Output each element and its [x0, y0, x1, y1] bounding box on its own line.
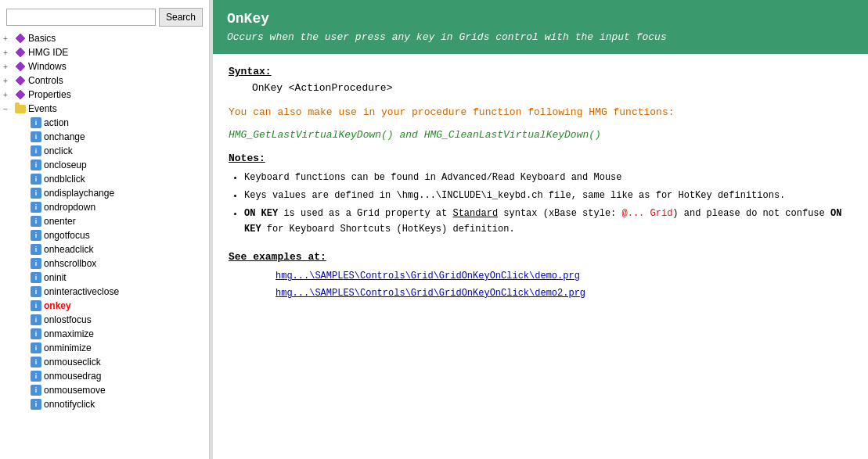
- info-icon: i: [31, 286, 41, 297]
- see-examples-label: See examples at:: [229, 251, 852, 263]
- sidebar-item-controls[interactable]: +Controls: [0, 74, 209, 88]
- search-input[interactable]: [6, 9, 156, 26]
- note-item: ON KEY is used as a Grid property at Sta…: [244, 206, 852, 236]
- toggle-icon: +: [3, 77, 14, 85]
- sidebar-item-onclick[interactable]: ionclick: [0, 144, 209, 158]
- info-icon: i: [31, 160, 41, 170]
- sidebar-item-label: onmousemove: [44, 385, 106, 396]
- toggle-icon: −: [3, 105, 14, 113]
- sidebar-item-label: onmaximize: [44, 328, 94, 339]
- example-link[interactable]: hmg...\SAMPLES\Controls\Grid\GridOnKeyOn…: [276, 271, 852, 281]
- sidebar-item-onkey[interactable]: ionkey: [0, 299, 209, 313]
- header-box: OnKey Occurs when the user press any key…: [213, 0, 868, 54]
- sidebar-item-label: Events: [28, 103, 57, 114]
- sidebar-item-label: action: [44, 117, 69, 128]
- sidebar-item-label: onenter: [44, 216, 76, 227]
- sidebar-item-onlostfocus[interactable]: ionlostfocus: [0, 313, 209, 327]
- notes-list: Keyboard functions can be found in Advan…: [244, 170, 852, 237]
- example-link[interactable]: hmg...\SAMPLES\Controls\Grid\GridOnKeyOn…: [276, 288, 852, 299]
- toggle-icon: +: [3, 63, 14, 71]
- toggle-icon: +: [3, 48, 14, 57]
- notes-label: Notes:: [229, 152, 265, 164]
- svg-marker-0: [16, 34, 25, 43]
- info-icon: i: [31, 357, 41, 368]
- syntax-label: Syntax:: [229, 66, 272, 77]
- main-content: OnKey Occurs when the user press any key…: [213, 0, 868, 459]
- sidebar: Search +Basics+HMG IDE+Windows+Controls+…: [0, 0, 210, 459]
- folder-icon: [15, 105, 26, 113]
- note-item: Keyboard functions can be found in Advan…: [244, 170, 852, 185]
- info-icon: i: [31, 371, 41, 382]
- sidebar-item-label: ondropdown: [44, 202, 95, 213]
- sidebar-item-onnotifyclick[interactable]: ionnotifyclick: [0, 397, 209, 411]
- tree-container: +Basics+HMG IDE+Windows+Controls+Propert…: [0, 31, 209, 411]
- sidebar-item-label: onkey: [44, 300, 71, 311]
- sidebar-item-onmousedrag[interactable]: ionmousedrag: [0, 369, 209, 383]
- info-icon: i: [31, 342, 41, 353]
- info-icon: i: [31, 145, 41, 156]
- sidebar-item-onenter[interactable]: ionenter: [0, 214, 209, 228]
- syntax-section: Syntax: OnKey <ActionProcedure>: [229, 65, 852, 94]
- sidebar-item-ondisplaychange[interactable]: iondisplaychange: [0, 186, 209, 200]
- sidebar-item-ondblclick[interactable]: iondblclick: [0, 172, 209, 186]
- sidebar-item-oncloseup[interactable]: ioncloseup: [0, 158, 209, 172]
- sidebar-item-label: onminimize: [44, 342, 92, 353]
- info-icon: i: [31, 300, 41, 311]
- sidebar-item-properties[interactable]: +Properties: [0, 88, 209, 102]
- sidebar-item-label: onheadclick: [44, 244, 93, 255]
- sidebar-item-label: Properties: [28, 89, 71, 100]
- sidebar-item-events[interactable]: −Events: [0, 102, 209, 116]
- info-icon: i: [31, 244, 41, 255]
- sidebar-item-hmg-ide[interactable]: +HMG IDE: [0, 45, 209, 59]
- diamond-icon: [15, 89, 26, 100]
- sidebar-item-label: ondisplaychange: [44, 188, 114, 199]
- diamond-icon: [15, 33, 26, 44]
- info-icon: i: [31, 117, 41, 128]
- sidebar-item-onminimize[interactable]: ionminimize: [0, 341, 209, 355]
- sidebar-item-label: onlostfocus: [44, 314, 92, 325]
- info-icon: i: [31, 328, 41, 339]
- page-title: OnKey: [227, 11, 854, 27]
- sidebar-item-oninit[interactable]: ioninit: [0, 271, 209, 285]
- info-icon: i: [31, 188, 41, 199]
- sidebar-item-windows[interactable]: +Windows: [0, 59, 209, 74]
- info-icon: i: [31, 202, 41, 213]
- sidebar-item-onchange[interactable]: ionchange: [0, 130, 209, 144]
- sidebar-item-label: ondblclick: [44, 174, 85, 185]
- sidebar-item-action[interactable]: iaction: [0, 116, 209, 130]
- info-icon: i: [31, 258, 41, 269]
- search-button[interactable]: Search: [159, 8, 203, 27]
- sidebar-item-onmouseclick[interactable]: ionmouseclick: [0, 355, 209, 369]
- sidebar-item-label: Basics: [28, 33, 56, 44]
- info-icon: i: [31, 230, 41, 241]
- sidebar-item-label: onclick: [44, 145, 73, 156]
- sidebar-item-label: onmousedrag: [44, 371, 101, 382]
- svg-marker-2: [16, 62, 25, 71]
- diamond-icon: [15, 47, 26, 58]
- sidebar-item-oninteractiveclose[interactable]: ioninteractiveclose: [0, 285, 209, 299]
- sidebar-item-label: onnotifyclick: [44, 399, 95, 410]
- search-bar: Search: [0, 3, 209, 31]
- diamond-icon: [15, 75, 26, 86]
- sidebar-item-basics[interactable]: +Basics: [0, 31, 209, 45]
- sidebar-item-label: HMG IDE: [28, 47, 68, 58]
- info-icon: i: [31, 174, 41, 185]
- info-icon: i: [31, 314, 41, 325]
- info-text: You can also make use in your procedure …: [229, 106, 852, 118]
- sidebar-item-onmaximize[interactable]: ionmaximize: [0, 327, 209, 341]
- sidebar-item-label: oninit: [44, 272, 67, 283]
- sidebar-item-label: onchange: [44, 131, 85, 142]
- info-icon: i: [31, 216, 41, 227]
- syntax-code: OnKey <ActionProcedure>: [252, 82, 852, 94]
- sidebar-item-onheadclick[interactable]: ionheadclick: [0, 242, 209, 256]
- svg-marker-1: [16, 48, 25, 57]
- sidebar-item-onmousemove[interactable]: ionmousemove: [0, 383, 209, 397]
- sidebar-item-ondropdown[interactable]: iondropdown: [0, 200, 209, 214]
- sidebar-item-label: Windows: [28, 61, 67, 72]
- example-links: hmg...\SAMPLES\Controls\Grid\GridOnKeyOn…: [229, 271, 852, 299]
- sidebar-item-ongotfocus[interactable]: iongotfocus: [0, 228, 209, 242]
- svg-marker-4: [16, 90, 25, 99]
- sidebar-item-onhscrollbox[interactable]: ionhscrollbox: [0, 256, 209, 271]
- sidebar-item-label: onhscrollbox: [44, 258, 96, 269]
- sidebar-item-label: ongotfocus: [44, 230, 90, 241]
